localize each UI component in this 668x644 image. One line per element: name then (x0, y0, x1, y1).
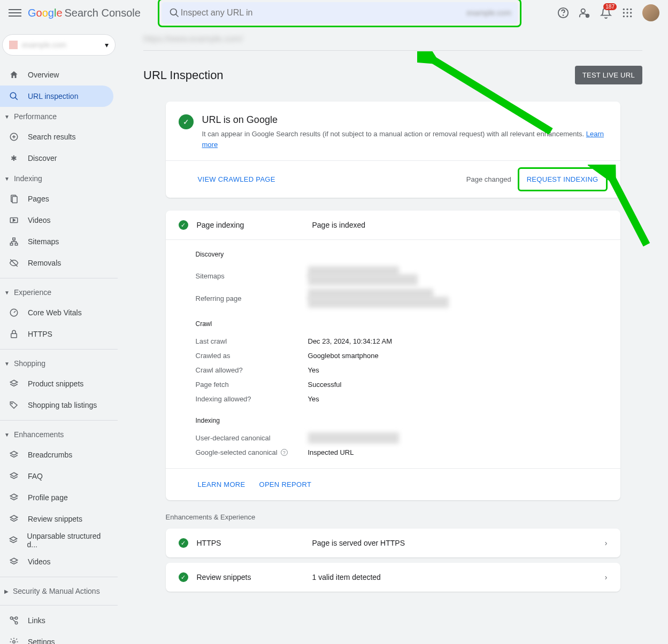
logo-text: Search Console (65, 7, 141, 19)
nav-videos[interactable]: Videos (0, 210, 113, 231)
notification-badge: 187 (603, 3, 617, 10)
nav-unparsable[interactable]: Unparsable structured d... (0, 530, 113, 551)
nav-cwv[interactable]: Core Web Vitals (0, 302, 113, 323)
gear-icon (9, 637, 19, 644)
svg-point-15 (10, 92, 16, 98)
nav-discover[interactable]: ✱Discover (0, 148, 113, 169)
nav-profile[interactable]: Profile page (0, 487, 113, 508)
https-label: HTTPS (197, 539, 304, 547)
nav-experience-section[interactable]: ▼Experience (0, 283, 118, 302)
check-icon: ✓ (179, 114, 194, 129)
svg-point-0 (170, 9, 176, 15)
layers-icon (9, 449, 19, 460)
nav-indexing-section[interactable]: ▼Indexing (0, 169, 118, 188)
svg-line-16 (15, 97, 18, 100)
svg-point-6 (623, 9, 625, 10)
chevron-down-icon: ▼ (4, 176, 10, 182)
test-live-url-button[interactable]: TEST LIVE URL (575, 66, 642, 84)
sitemaps-label: Sitemaps (196, 268, 308, 284)
indexing-allowed-label: Indexing allowed? (196, 395, 308, 403)
video-icon (9, 215, 19, 226)
chevron-down-icon: ▼ (4, 432, 10, 438)
svg-point-11 (630, 12, 632, 13)
nav-pages[interactable]: Pages (0, 188, 113, 210)
url-inspection-search[interactable]: example.com (162, 2, 518, 24)
check-icon: ✓ (179, 220, 188, 230)
page-title: URL Inspection (143, 68, 224, 82)
page-fetch-value: Successful (308, 381, 342, 389)
help-icon[interactable] (557, 6, 570, 19)
svg-point-30 (15, 617, 18, 619)
logo[interactable]: Google Search Console (28, 7, 141, 19)
inspected-url: https://www.example.com/ (143, 34, 642, 44)
removals-icon (9, 258, 19, 268)
nav-settings[interactable]: Settings (0, 631, 113, 644)
svg-rect-21 (13, 238, 16, 240)
nav-https[interactable]: HTTPS (0, 323, 113, 345)
nav-review-snippets[interactable]: Review snippets (0, 508, 113, 530)
search-icon (9, 91, 19, 102)
nav-breadcrumbs[interactable]: Breadcrumbs (0, 444, 113, 465)
chevron-down-icon: ▾ (105, 41, 109, 49)
nav-security-section[interactable]: ▶Security & Manual Actions (0, 581, 118, 601)
status-description: It can appear in Google Search results (… (202, 129, 608, 150)
https-card[interactable]: ✓ HTTPS Page is served over HTTPS › (166, 529, 620, 557)
learn-more-button[interactable]: LEARN MORE (196, 476, 248, 493)
nav-performance-section[interactable]: ▼Performance (0, 107, 118, 126)
layers-icon (9, 492, 19, 503)
nav-sitemaps[interactable]: Sitemaps (0, 231, 113, 252)
notifications-icon[interactable]: 187 (600, 6, 612, 19)
property-name: example.com (22, 41, 101, 49)
nav-removals[interactable]: Removals (0, 252, 113, 274)
account-avatar[interactable] (642, 4, 659, 21)
open-report-button[interactable]: OPEN REPORT (257, 476, 313, 493)
nav-shopping-section[interactable]: ▼Shopping (0, 354, 118, 373)
nav-faq[interactable]: FAQ (0, 465, 113, 487)
request-indexing-button[interactable]: REQUEST INDEXING (525, 171, 601, 188)
discover-icon: ✱ (9, 153, 19, 164)
nav-links[interactable]: Links (0, 610, 113, 631)
chevron-right-icon: › (605, 539, 608, 547)
svg-point-10 (626, 12, 628, 13)
svg-point-27 (12, 403, 13, 404)
last-crawl-label: Last crawl (196, 337, 308, 345)
indexing-heading: Indexing (196, 417, 608, 424)
crawl-allowed-value: Yes (308, 366, 319, 374)
chevron-down-icon: ▼ (4, 114, 10, 120)
page-indexing-label: Page indexing (197, 221, 304, 229)
tag-icon (9, 400, 19, 410)
nav-overview[interactable]: Overview (0, 64, 113, 86)
menu-button[interactable] (9, 6, 21, 19)
nav-product-snippets[interactable]: Product snippets (0, 373, 113, 394)
view-crawled-page-button[interactable]: VIEW CRAWLED PAGE (196, 171, 278, 188)
check-icon: ✓ (179, 572, 188, 582)
svg-point-31 (13, 641, 16, 643)
svg-line-1 (175, 14, 178, 17)
people-icon[interactable] (578, 6, 591, 19)
search-input[interactable] (181, 8, 467, 18)
chevron-down-icon: ▼ (4, 290, 10, 296)
discovery-heading: Discovery (196, 251, 608, 258)
nav-search-results[interactable]: Search results (0, 126, 113, 148)
layers-icon (9, 514, 19, 524)
user-canonical-value: redacted (308, 432, 400, 444)
svg-point-13 (626, 15, 628, 17)
layers-icon (9, 471, 19, 482)
nav-url-inspection[interactable]: URL inspection (0, 86, 113, 107)
lock-icon (9, 329, 19, 339)
svg-point-14 (630, 15, 632, 17)
nav-videos2[interactable]: Videos (0, 551, 113, 572)
layers-icon (9, 378, 19, 389)
status-title: URL is on Google (202, 114, 608, 126)
crawled-as-value: Googlebot smartphone (308, 352, 379, 360)
property-selector[interactable]: example.com ▾ (2, 34, 116, 56)
last-crawl-value: Dec 23, 2024, 10:34:12 AM (308, 337, 393, 345)
svg-rect-26 (11, 333, 17, 338)
apps-icon[interactable] (621, 6, 634, 19)
review-snippets-card[interactable]: ✓ Review snippets 1 valid item detected … (166, 563, 620, 592)
svg-rect-22 (10, 243, 13, 245)
nav-enhancements-section[interactable]: ▼Enhancements (0, 425, 118, 444)
help-icon[interactable]: ? (281, 449, 288, 456)
page-indexing-card: ✓ Page indexing Page is indexed Discover… (166, 211, 620, 500)
nav-shopping-tab[interactable]: Shopping tab listings (0, 394, 113, 416)
